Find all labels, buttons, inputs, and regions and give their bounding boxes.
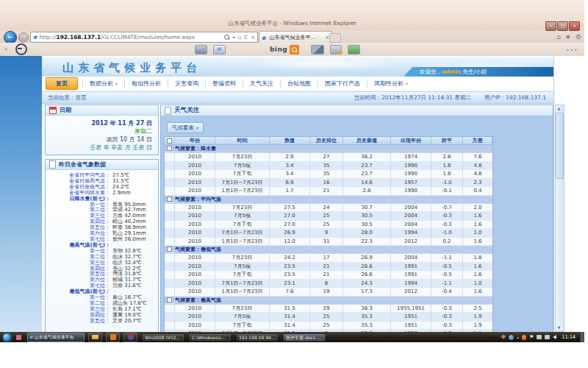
nav-item-5[interactable]: 天气关注 [243,79,280,88]
start-button[interactable] [2,333,12,342]
taskbar-window-button[interactable]: 192.168.59.99... [236,333,279,342]
calendar-box-header: 日期 [46,105,158,116]
nav-item-6[interactable]: 台站地图 [280,79,318,88]
table-cell: 16 [310,179,343,188]
taskbar-explorer-icon[interactable] [88,333,102,342]
browser-plugin-logo-icon[interactable] [15,43,27,55]
select-all-checkbox[interactable] [167,138,172,144]
taskbar-window-button[interactable]: 操作手册.docx ... [283,333,326,342]
header-cell: 时间 [215,137,270,145]
page-scrollbar[interactable]: ▲ ▼ [555,105,564,332]
scrollbar-thumb[interactable] [556,113,564,179]
table-cell: 3.4 [270,170,310,179]
stop-icon[interactable]: × [251,35,255,40]
table-cell: 21 [310,271,343,280]
nav-item-1[interactable]: 数据分析▾ [82,79,124,88]
toolbar-close-icon[interactable]: × [4,46,8,52]
search-icon[interactable] [224,35,229,40]
table-cell: 2010 [175,271,215,280]
nav-item-label: 相似性分析 [132,79,161,88]
weather-value: 胶州 26.0mm [112,237,146,243]
group-checkbox[interactable] [167,297,172,302]
url-path: /GLCCLIMATE/modules/home.aspx [101,34,195,40]
show-desktop-button[interactable] [581,332,584,342]
taskbar-app-orange-icon[interactable] [106,333,120,342]
home-icon[interactable]: ⌂ [556,33,561,40]
header-checkbox-cell [165,137,175,145]
table-cell: 27.0 [270,221,310,230]
browser-titlebar: 山东省气候业务平台 - Windows Internet Explorer ─ … [0,0,584,31]
new-tab-button[interactable] [329,33,341,43]
display-icon[interactable] [537,335,542,339]
network-globe-icon[interactable] [509,335,514,340]
compat-view-icon[interactable]: ▫ [237,35,241,40]
show-hidden-icons-button[interactable]: ▴ [517,335,519,339]
scroll-up-icon[interactable]: ▲ [556,105,562,112]
network-icon[interactable] [545,335,550,339]
table-row: 20107月1日~7月23日6.91614.61957-1.02.3 [165,179,492,188]
refresh-icon[interactable]: C [244,35,248,40]
calendar-weekday: 星期二 [46,127,152,135]
nav-item-7[interactable]: 国家下行产品 [318,79,367,88]
table-cell: 1951 [391,313,431,322]
table-cell: 2010 [175,263,215,272]
toolbar-overflow-icon[interactable]: ••• [566,47,578,52]
favorites-star-icon[interactable]: ★ [565,33,571,40]
envelope-icon[interactable]: ✉ [213,45,226,54]
table-cell: 2010 [175,229,215,238]
taskbar-window-button[interactable]: Win2008 (VS2... [142,333,184,342]
minimize-button[interactable]: ─ [545,21,556,31]
ime-indicator[interactable]: 中 [501,334,506,341]
table-cell: 1.6 [463,288,492,297]
sharing-icon[interactable] [348,45,360,54]
header-cell: 距平 [431,137,463,145]
pinned-app-icon[interactable] [16,335,21,340]
nav-item-4[interactable]: 整编资料 [205,79,243,88]
table-cell: 7月5候 [215,263,270,272]
site-banner: 山东省气候业务平台 欢迎您，admin 先生/小姐 [42,57,553,77]
table-cell: 6.9 [270,179,310,188]
nav-item-3[interactable]: 灾害查询 [168,79,205,88]
group-checkbox[interactable] [167,197,172,202]
nav-item-2[interactable]: 相似性分析 [124,79,168,88]
climate-element-button[interactable]: 气候要素 ▾ [167,122,204,133]
weather-value: 莒南 31.6℃ [112,283,142,289]
scroll-down-icon[interactable]: ▼ [556,325,562,331]
table-cell: 2012 [391,238,431,247]
nav-item-0[interactable]: 首页 [46,77,78,90]
row-checkbox-cell [165,280,175,289]
group-checkbox[interactable] [167,247,172,252]
group-checkbox[interactable] [167,146,172,151]
table-cell: -1.1 [431,254,463,263]
forward-button[interactable]: → [18,32,29,43]
table-cell: 1.7 [270,187,310,196]
card-icon[interactable] [195,45,207,54]
row-checkbox-cell [165,229,175,238]
page-left-band [0,56,42,332]
flame-icon[interactable] [522,335,526,340]
taskbar-window-button[interactable]: C:\Windows\s... [189,333,232,342]
table-cell: 1974 [391,153,431,162]
row-checkbox-cell [165,153,175,162]
search-dropdown-icon[interactable]: ▾ [232,35,234,40]
table-cell: 23.7 [343,170,391,179]
browser-tab[interactable]: e 山东省气候业务平... × [259,31,332,43]
photos-icon[interactable] [311,45,324,54]
close-button[interactable]: × [569,21,580,31]
taskbar-ie-window[interactable]: e 山东省气候业务平台 [27,333,85,342]
settings-gear-icon[interactable]: ⚙ [576,33,581,40]
weather-focus-panel: 天气关注 气候要素 ▾ 年份时间数值历史排位历史极值出现年份距平方差气候要素：降… [160,105,553,332]
header-cell: 方差 [463,137,492,145]
contact-icon[interactable] [330,45,342,54]
nav-item-8[interactable]: 周期性分析▾ [367,79,415,88]
table-cell: 26.6 [343,271,391,280]
maximize-button[interactable]: □ [557,21,568,31]
action-center-flag-icon[interactable]: ⚑ [529,334,534,340]
table-cell: 2010 [175,280,215,289]
bing-search-button[interactable] [290,45,299,54]
header-cell: 历史排位 [310,137,343,145]
taskbar-media-icon[interactable] [123,333,137,342]
taskbar-clock[interactable]: 11:14 [562,334,576,340]
address-bar[interactable]: e http://192.168.137.1/GLCCLIMATE/module… [30,32,258,43]
volume-icon[interactable] [553,335,556,339]
